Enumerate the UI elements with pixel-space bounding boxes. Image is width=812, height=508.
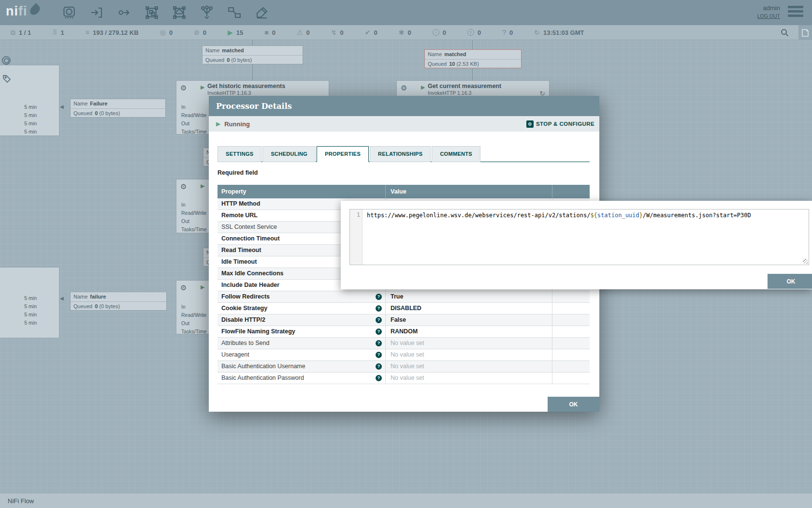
dialog-status-row: ▶ Running ⚙ STOP & CONFIGURE: [209, 116, 599, 132]
run-status-icon: ▶: [201, 183, 204, 189]
tab-properties[interactable]: PROPERTIES: [317, 146, 369, 162]
queued-count: 193 / 279.12 KB: [93, 29, 139, 36]
process-group-icon[interactable]: [144, 5, 160, 20]
value-code-input[interactable]: https://www.pegelonline.wsv.de/webservic…: [363, 209, 809, 265]
stale-icon: ↑: [433, 29, 439, 36]
property-value[interactable]: No value set: [391, 374, 424, 381]
stop-and-configure-button[interactable]: ⚙ STOP & CONFIGURE: [526, 120, 594, 128]
property-value[interactable]: DISABLED: [391, 305, 421, 312]
up-to-date-count: 0: [374, 29, 377, 36]
tab-scheduling[interactable]: SCHEDULING: [262, 146, 316, 162]
stop-circle-icon: [2, 56, 11, 65]
processor-title: Get current measurement: [428, 83, 501, 90]
help-icon[interactable]: ?: [376, 375, 382, 381]
help-icon[interactable]: ?: [376, 294, 382, 300]
invalid-icon: ⚠: [297, 29, 303, 36]
tab-comments[interactable]: COMMENTS: [432, 146, 480, 162]
property-value[interactable]: No value set: [391, 363, 424, 370]
queued-icon: ≡: [86, 29, 89, 36]
help-icon[interactable]: ?: [376, 329, 382, 335]
help-icon[interactable]: ?: [376, 317, 382, 323]
not-transmitting-icon: ⊘: [194, 29, 200, 36]
logout-link[interactable]: LOG OUT: [757, 13, 780, 19]
breadcrumb[interactable]: NiFi Flow: [8, 497, 34, 505]
component-toolbar: [61, 5, 270, 20]
connection-label[interactable]: Namematched Queued10(2.53 KB): [424, 49, 522, 68]
label-icon[interactable]: [254, 5, 270, 20]
processor-title: Get historic measurements: [207, 83, 285, 90]
global-menu-icon[interactable]: [788, 6, 803, 17]
table-row: Disable HTTP/2?False: [218, 314, 590, 326]
locally-modified-count: 0: [408, 29, 411, 36]
property-value[interactable]: True: [391, 293, 403, 300]
cluster-icon: ⧉: [11, 29, 15, 36]
table-row: Attributes to Send?No value set: [218, 338, 590, 349]
output-port-icon[interactable]: [116, 5, 132, 20]
nifi-drop-icon: [28, 3, 42, 16]
up-to-date-icon: ✔: [365, 29, 371, 36]
line-number-gutter: 1: [350, 209, 362, 265]
running-icon: ▶: [228, 29, 233, 36]
run-status-icon: ▶: [421, 84, 425, 90]
line-number: 1: [357, 211, 360, 218]
property-value[interactable]: False: [391, 316, 406, 323]
tab-settings[interactable]: SETTINGS: [218, 146, 261, 162]
connection-label[interactable]: NameFailure Queued0(0 bytes): [70, 99, 166, 118]
help-icon[interactable]: ?: [376, 363, 382, 370]
table-row: Basic Authentication Password?No value s…: [218, 373, 590, 384]
not-transmitting-count: 0: [203, 29, 206, 36]
running-count: 15: [236, 29, 243, 36]
funnel-icon[interactable]: [199, 5, 215, 20]
connection-line: [252, 40, 253, 45]
locally-modified-stale-icon: !: [467, 29, 474, 36]
help-icon[interactable]: ?: [376, 340, 382, 346]
sync-failure-icon: ?: [502, 29, 506, 36]
column-header-value: Value: [386, 185, 552, 198]
processor-glyph-icon: ⚙: [180, 84, 187, 92]
property-value[interactable]: No value set: [391, 351, 424, 358]
top-toolbar: nifi admin LOG OUT: [0, 0, 812, 25]
connection-label[interactable]: Namematched Queued0(0 bytes): [202, 45, 303, 64]
nifi-app: nifi admin LOG OUT ⧉1 / 1 ⠿1 ≡193 / 279.…: [0, 0, 812, 508]
help-icon[interactable]: ?: [376, 305, 382, 312]
flow-status-bar: ⧉1 / 1 ⠿1 ≡193 / 279.12 KB ◎0 ⊘0 ▶15 ■0 …: [0, 25, 812, 40]
transmitting-icon: ◎: [160, 29, 166, 36]
value-editor-popup: 1 https://www.pegelonline.wsv.de/webserv…: [341, 201, 812, 289]
last-refresh-time: 13:51:03 GMT: [543, 29, 584, 36]
locally-modified-stale-count: 0: [478, 29, 481, 36]
running-status-icon: ▶: [216, 120, 220, 127]
nifi-logo: nifi: [6, 4, 38, 19]
dialog-tabs: SETTINGS SCHEDULING PROPERTIES RELATIONS…: [218, 146, 481, 162]
remote-process-group-icon[interactable]: [171, 5, 188, 20]
editor-ok-button[interactable]: OK: [768, 274, 812, 289]
input-port-icon[interactable]: [88, 5, 105, 20]
connection-label[interactable]: Namefailure Queued0(0 bytes): [70, 292, 167, 311]
property-value[interactable]: No value set: [391, 340, 424, 346]
processor-icon[interactable]: [61, 5, 77, 20]
stopped-count: 0: [272, 29, 276, 36]
run-status-icon: ▶: [201, 284, 204, 290]
disabled-count: 0: [340, 29, 344, 36]
processor-glyph-icon: ⚙: [401, 84, 407, 92]
resize-handle[interactable]: [803, 259, 808, 264]
tag-icon: [2, 74, 12, 85]
disabled-icon: ↯: [331, 29, 337, 36]
birdseye-toggle[interactable]: [798, 25, 812, 40]
help-icon[interactable]: ?: [376, 352, 382, 358]
value-editor[interactable]: 1 https://www.pegelonline.wsv.de/webserv…: [349, 209, 809, 265]
transmitting-count: 0: [169, 29, 173, 36]
connection-line: [252, 64, 253, 80]
refresh-icon[interactable]: ↻: [534, 29, 540, 36]
tab-relationships[interactable]: RELATIONSHIPS: [370, 146, 431, 162]
active-threads-count: 1: [61, 29, 64, 36]
processor-glyph-icon: ⚙: [180, 182, 187, 191]
locally-modified-icon: ✱: [399, 29, 405, 36]
el-attribute: station_uuid: [597, 212, 639, 219]
dialog-ok-button[interactable]: OK: [548, 397, 599, 412]
search-icon[interactable]: [781, 29, 789, 38]
stopped-icon: ■: [264, 29, 268, 36]
template-icon[interactable]: [226, 5, 243, 20]
property-value[interactable]: RANDOM: [391, 328, 418, 335]
stop-configure-gear-icon: ⚙: [526, 120, 534, 128]
processor-partial[interactable]: 5 min 5 min 5 min 5 min: [0, 267, 59, 338]
